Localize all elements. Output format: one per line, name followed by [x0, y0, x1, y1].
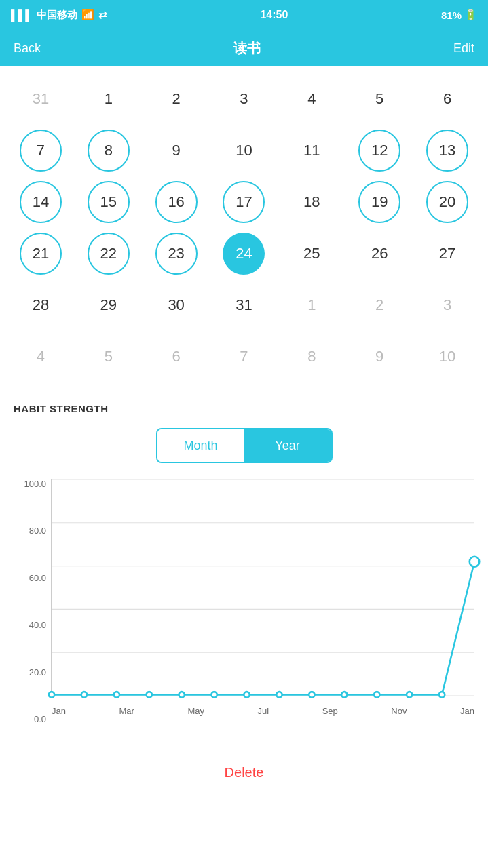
svg-point-16 [374, 692, 379, 698]
calendar-day: 22 [88, 233, 130, 275]
calendar-day: 9 [358, 336, 400, 378]
calendar-cell[interactable]: 14 [7, 176, 75, 228]
month-toggle-button[interactable]: Month [157, 429, 244, 462]
signal-icon: ▌▌▌ [11, 9, 33, 21]
calendar-cell[interactable]: 8 [75, 125, 143, 176]
svg-point-11 [211, 692, 217, 698]
calendar-day: 17 [223, 181, 265, 223]
calendar-cell[interactable]: 11 [278, 125, 345, 176]
calendar-cell[interactable]: 10 [210, 125, 278, 176]
calendar-cell[interactable]: 16 [143, 176, 210, 228]
calendar-day: 7 [20, 130, 62, 172]
calendar-cell[interactable]: 24 [210, 228, 278, 279]
x-axis-label: Jan [460, 706, 474, 716]
svg-point-8 [114, 692, 119, 698]
calendar-cell[interactable]: 28 [7, 279, 75, 331]
calendar-cell[interactable]: 5 [345, 73, 413, 125]
back-button[interactable]: Back [14, 41, 41, 56]
x-axis-label: Jul [258, 706, 269, 716]
calendar-cell[interactable]: 21 [7, 228, 75, 279]
calendar-cell[interactable]: 7 [210, 331, 278, 382]
calendar-day: 15 [88, 181, 130, 223]
status-time: 14:50 [260, 9, 288, 21]
year-toggle-button[interactable]: Year [244, 429, 331, 462]
svg-point-7 [81, 692, 87, 698]
calendar-cell[interactable]: 25 [278, 228, 345, 279]
calendar-cell[interactable]: 23 [143, 228, 210, 279]
x-axis-label: Nov [391, 706, 407, 716]
calendar-day: 5 [358, 78, 400, 120]
calendar-grid: 3112345678910111213141516171819202122232… [7, 73, 481, 382]
calendar-day: 5 [88, 336, 130, 378]
calendar-cell[interactable]: 1 [278, 279, 345, 331]
calendar-cell[interactable]: 9 [345, 331, 413, 382]
status-bar: ▌▌▌ 中国移动 📶 ⇄ 14:50 81% 🔋 [0, 0, 488, 30]
calendar-cell[interactable]: 7 [7, 125, 75, 176]
svg-point-14 [309, 692, 314, 698]
calendar-day: 19 [358, 181, 400, 223]
calendar-cell[interactable]: 22 [75, 228, 143, 279]
calendar-cell[interactable]: 29 [75, 279, 143, 331]
calendar-cell[interactable]: 3 [210, 73, 278, 125]
calendar-day: 26 [358, 233, 400, 275]
calendar-cell[interactable]: 4 [278, 73, 345, 125]
calendar-day: 27 [426, 233, 468, 275]
calendar-day: 2 [358, 284, 400, 326]
calendar-cell[interactable]: 6 [143, 331, 210, 382]
calendar-cell[interactable]: 2 [345, 279, 413, 331]
calendar-cell[interactable]: 19 [345, 176, 413, 228]
habit-section: HABIT STRENGTH Month Year 100.080.060.04… [0, 382, 488, 730]
calendar-cell[interactable]: 3 [413, 279, 481, 331]
habit-strength-title: HABIT STRENGTH [14, 403, 474, 414]
svg-point-19 [470, 557, 480, 567]
edit-button[interactable]: Edit [453, 41, 474, 56]
calendar-day: 4 [290, 78, 333, 120]
calendar-cell[interactable]: 6 [413, 73, 481, 125]
y-axis-label: 80.0 [14, 526, 46, 535]
calendar-cell[interactable]: 10 [413, 331, 481, 382]
calendar-cell[interactable]: 27 [413, 228, 481, 279]
calendar-day: 20 [426, 181, 468, 223]
svg-point-10 [179, 692, 185, 698]
calendar-day: 28 [20, 284, 62, 326]
calendar-cell[interactable]: 20 [413, 176, 481, 228]
calendar-day: 13 [426, 130, 468, 172]
calendar-cell[interactable]: 13 [413, 125, 481, 176]
calendar-cell[interactable]: 17 [210, 176, 278, 228]
calendar-cell[interactable]: 31 [7, 73, 75, 125]
calendar-day: 10 [223, 130, 265, 172]
calendar-cell[interactable]: 15 [75, 176, 143, 228]
calendar-day: 14 [20, 181, 62, 223]
calendar-cell[interactable]: 5 [75, 331, 143, 382]
calendar-cell[interactable]: 9 [143, 125, 210, 176]
calendar-cell[interactable]: 30 [143, 279, 210, 331]
calendar-day: 7 [223, 336, 265, 378]
calendar-cell[interactable]: 31 [210, 279, 278, 331]
y-axis-label: 100.0 [14, 479, 46, 488]
toggle-container: Month Year [14, 428, 474, 463]
chart-container: 100.080.060.040.020.00.0 JanMarMayJulSep… [14, 479, 474, 724]
line-chart [52, 479, 474, 696]
calendar-day: 23 [155, 233, 198, 275]
svg-point-6 [49, 692, 54, 698]
wifi-icon: 📶 [81, 9, 94, 21]
calendar-cell[interactable]: 8 [278, 331, 345, 382]
nav-bar: Back 读书 Edit [0, 30, 488, 66]
x-axis-label: May [187, 706, 204, 716]
status-left: ▌▌▌ 中国移动 📶 ⇄ [11, 9, 107, 22]
calendar-cell[interactable]: 18 [278, 176, 345, 228]
delete-area: Delete [0, 751, 488, 794]
calendar-day: 10 [426, 336, 468, 378]
calendar-day: 31 [20, 78, 62, 120]
calendar-cell[interactable]: 4 [7, 331, 75, 382]
svg-point-17 [407, 692, 412, 698]
calendar-cell[interactable]: 26 [345, 228, 413, 279]
data-icon: ⇄ [98, 9, 107, 21]
y-axis-labels: 100.080.060.040.020.00.0 [14, 479, 46, 724]
calendar-cell[interactable]: 1 [75, 73, 143, 125]
battery-percent: 81% [441, 9, 462, 21]
delete-button[interactable]: Delete [225, 765, 264, 781]
calendar-cell[interactable]: 2 [143, 73, 210, 125]
calendar-day: 1 [88, 78, 130, 120]
calendar-cell[interactable]: 12 [345, 125, 413, 176]
